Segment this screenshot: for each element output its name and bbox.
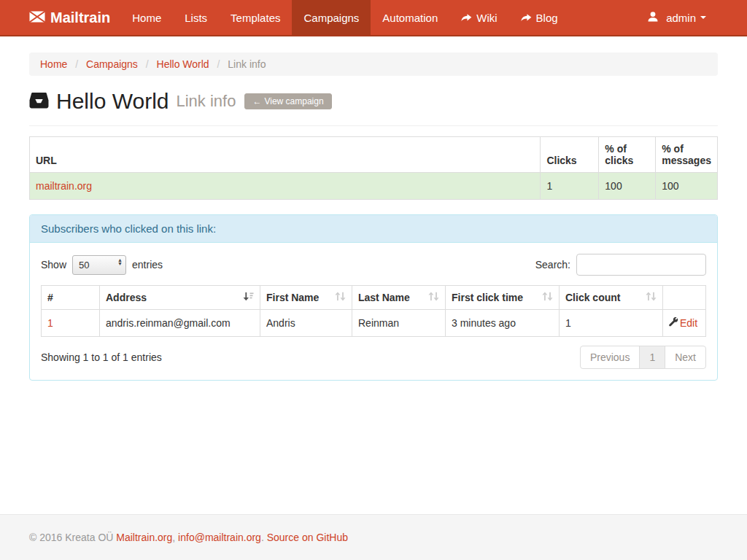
footer-email-link[interactable]: info@mailtrain.org <box>178 532 261 543</box>
breadcrumb-campaigns[interactable]: Campaigns <box>86 58 138 70</box>
page-footer: © 2016 Kreata OÜ Mailtrain.org, info@mai… <box>0 514 747 560</box>
pagination: Previous 1 Next <box>580 346 706 369</box>
col-clicks: Clicks <box>541 137 599 173</box>
search-input[interactable] <box>576 254 706 276</box>
footer-site-link[interactable]: Mailtrain.org <box>116 532 172 543</box>
subscribers-header-row: # Address <box>42 286 706 310</box>
footer-separator: . <box>261 532 267 543</box>
breadcrumb-current: Link info <box>228 58 266 70</box>
row-first-name: Andris <box>260 310 352 337</box>
breadcrumb-separator: / <box>141 58 154 70</box>
url-table-row: mailtrain.org 1 100 100 <box>30 173 718 200</box>
col-click-count[interactable]: Click count <box>560 286 663 310</box>
col-last-name[interactable]: Last Name <box>352 286 446 310</box>
search-label: Search: <box>535 259 570 271</box>
divider <box>29 125 718 126</box>
view-campaign-button[interactable]: ←View campaign <box>244 93 331 109</box>
row-index: 1 <box>42 310 100 337</box>
pagination-previous[interactable]: Previous <box>580 346 640 369</box>
col-index[interactable]: # <box>42 286 100 310</box>
pct-messages-value: 100 <box>656 173 718 200</box>
nav-item-wiki[interactable]: Wiki <box>449 0 508 35</box>
subscribers-panel: Subscribers who clicked on this link: Sh… <box>29 214 718 381</box>
nav-item-campaigns[interactable]: Campaigns <box>292 0 371 35</box>
footer-source-link[interactable]: Source on GitHub <box>267 532 348 543</box>
breadcrumb-separator: / <box>70 58 83 70</box>
sort-both-icon <box>335 292 346 303</box>
brand-link[interactable]: Mailtrain <box>29 0 120 35</box>
pct-clicks-value: 100 <box>599 173 656 200</box>
table-summary: Showing 1 to 1 of 1 entries <box>41 346 162 363</box>
col-actions <box>663 286 706 310</box>
sort-both-icon <box>646 292 657 303</box>
col-pct-messages: % of messages <box>656 137 718 173</box>
page-header: Hello World Link info ←View campaign <box>29 89 718 114</box>
entries-label: entries <box>132 259 163 271</box>
row-click-count: 1 <box>560 310 663 337</box>
share-arrow-icon <box>461 12 476 24</box>
breadcrumb-home[interactable]: Home <box>40 58 67 70</box>
col-first-name[interactable]: First Name <box>260 286 352 310</box>
copyright-text: © 2016 Kreata OÜ <box>29 532 116 543</box>
nav-item-blog[interactable]: Blog <box>509 0 570 35</box>
footer-separator: , <box>172 532 178 543</box>
breadcrumb-campaign-name[interactable]: Hello World <box>157 58 209 70</box>
show-label: Show <box>41 259 66 271</box>
row-last-name: Reinman <box>352 310 446 337</box>
clicks-value: 1 <box>541 173 599 200</box>
page-size-select[interactable]: 50 <box>72 255 126 275</box>
subscribers-table: # Address <box>41 285 706 337</box>
chevron-down-icon <box>700 16 706 19</box>
col-first-click-time[interactable]: First click time <box>446 286 560 310</box>
page-title: Hello World Link info <box>29 89 236 114</box>
sort-both-icon <box>542 292 553 303</box>
sort-both-icon <box>428 292 439 303</box>
pagination-next[interactable]: Next <box>665 346 706 369</box>
envelope-icon <box>29 9 50 26</box>
page-length-control: Show 50 ▲▼ entries <box>41 255 163 275</box>
col-pct-clicks: % of clicks <box>599 137 656 173</box>
nav-item-templates[interactable]: Templates <box>219 0 292 35</box>
user-menu[interactable]: admin <box>636 0 718 35</box>
top-navbar: Mailtrain Home Lists Templates Campaigns… <box>0 0 747 36</box>
url-stats-table: URL Clicks % of clicks % of messages mai… <box>29 136 718 200</box>
nav-item-automation[interactable]: Automation <box>371 0 449 35</box>
wrench-icon <box>669 317 680 329</box>
content-spacer <box>0 381 747 514</box>
breadcrumb: Home / Campaigns / Hello World / Link in… <box>29 52 718 76</box>
breadcrumb-separator: / <box>212 58 225 70</box>
brand-label: Mailtrain <box>50 9 110 26</box>
url-table-header-row: URL Clicks % of clicks % of messages <box>30 137 718 173</box>
edit-subscriber-link[interactable]: Edit <box>669 317 697 329</box>
left-arrow-icon: ← <box>252 96 261 106</box>
row-first-click-time: 3 minutes ago <box>446 310 560 337</box>
pagination-page-1[interactable]: 1 <box>639 346 665 369</box>
col-url: URL <box>30 137 541 173</box>
subscriber-row: 1 andris.reinman@gmail.com Andris Reinma… <box>42 310 706 337</box>
row-address: andris.reinman@gmail.com <box>100 310 260 337</box>
sort-asc-icon <box>243 292 254 303</box>
url-link[interactable]: mailtrain.org <box>36 180 92 192</box>
page-subtitle: Link info <box>177 92 236 111</box>
nav-item-home[interactable]: Home <box>120 0 173 35</box>
panel-title: Subscribers who clicked on this link: <box>30 215 717 243</box>
nav-item-lists[interactable]: Lists <box>173 0 219 35</box>
user-icon <box>648 12 662 24</box>
share-arrow-icon <box>521 12 536 24</box>
inbox-icon <box>29 89 56 114</box>
col-address[interactable]: Address <box>100 286 260 310</box>
